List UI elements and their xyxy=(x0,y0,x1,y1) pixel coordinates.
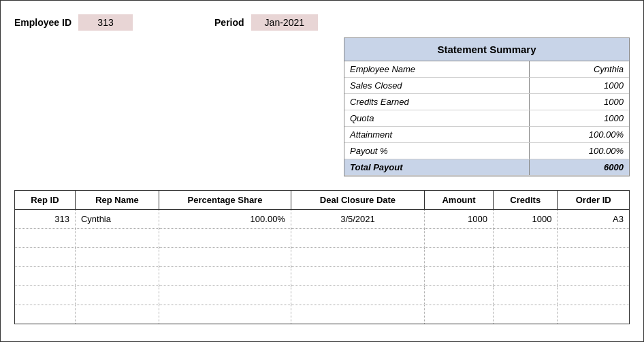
summary-row-value: 1000 xyxy=(530,94,629,110)
table-column-header: Order ID xyxy=(558,191,630,210)
summary-row: Credits Earned 1000 xyxy=(344,94,629,110)
table-row xyxy=(15,267,630,286)
table-cell: 3/5/2021 xyxy=(291,210,424,229)
summary-row: Payout % 100.00% xyxy=(344,143,629,159)
table-cell: Cynthia xyxy=(75,210,159,229)
table-cell xyxy=(494,248,558,267)
table-cell xyxy=(291,229,424,248)
table-cell xyxy=(291,305,424,324)
table-cell xyxy=(424,267,493,286)
table-cell xyxy=(159,229,291,248)
table-cell xyxy=(558,267,630,286)
table-cell xyxy=(558,305,630,324)
period-label: Period xyxy=(214,17,244,28)
table-row xyxy=(15,248,630,267)
table-cell xyxy=(159,267,291,286)
summary-row-value: 1000 xyxy=(530,78,629,94)
summary-row-value: 100.00% xyxy=(530,127,629,143)
summary-row-value: Cynthia xyxy=(530,61,629,78)
table-cell xyxy=(15,248,76,267)
table-cell xyxy=(424,248,493,267)
table-cell: 1000 xyxy=(494,210,558,229)
summary-row: Sales Closed 1000 xyxy=(344,78,629,94)
table-cell xyxy=(291,267,424,286)
table-cell: A3 xyxy=(558,210,630,229)
table-cell xyxy=(75,267,159,286)
table-cell xyxy=(75,248,159,267)
table-cell xyxy=(75,286,159,305)
table-cell xyxy=(494,267,558,286)
table-cell xyxy=(424,305,493,324)
table-cell xyxy=(558,229,630,248)
summary-title: Statement Summary xyxy=(344,38,629,61)
summary-row-value: 1000 xyxy=(530,110,629,127)
table-row: 313Cynthia100.00%3/5/202110001000A3 xyxy=(15,210,630,229)
table-cell xyxy=(494,286,558,305)
data-table: Rep IDRep NamePercentage ShareDeal Closu… xyxy=(14,190,630,324)
summary-row: Attainment 100.00% xyxy=(344,127,629,143)
statement-summary: Statement Summary Employee Name Cynthia … xyxy=(344,37,630,176)
table-cell xyxy=(15,229,76,248)
table-cell xyxy=(424,229,493,248)
employee-id-value: 313 xyxy=(78,14,133,31)
table-column-header: Rep Name xyxy=(75,191,159,210)
table-cell xyxy=(159,248,291,267)
table-column-header: Deal Closure Date xyxy=(291,191,424,210)
table-cell xyxy=(75,229,159,248)
summary-row-label: Attainment xyxy=(344,127,530,143)
table-column-header: Rep ID xyxy=(15,191,76,210)
summary-row-label: Quota xyxy=(344,110,530,127)
table-cell: 1000 xyxy=(424,210,493,229)
summary-row: Total Payout 6000 xyxy=(344,159,629,176)
table-column-header: Amount xyxy=(424,191,493,210)
table-column-header: Percentage Share xyxy=(159,191,291,210)
table-cell: 313 xyxy=(15,210,76,229)
table-cell xyxy=(494,305,558,324)
summary-row-label: Employee Name xyxy=(344,61,530,78)
table-cell xyxy=(558,286,630,305)
table-cell: 100.00% xyxy=(159,210,291,229)
table-cell xyxy=(494,229,558,248)
summary-row-label: Payout % xyxy=(344,143,530,159)
summary-row: Quota 1000 xyxy=(344,110,629,127)
table-cell xyxy=(159,286,291,305)
table-cell xyxy=(291,286,424,305)
summary-row: Employee Name Cynthia xyxy=(344,61,629,78)
employee-id-label: Employee ID xyxy=(14,17,71,28)
table-cell xyxy=(291,248,424,267)
summary-table: Employee Name Cynthia Sales Closed 1000 … xyxy=(344,61,629,176)
table-row xyxy=(15,286,630,305)
summary-row-label: Total Payout xyxy=(344,159,530,176)
table-cell xyxy=(75,305,159,324)
table-row xyxy=(15,305,630,324)
table-cell xyxy=(15,305,76,324)
data-section: Rep IDRep NamePercentage ShareDeal Closu… xyxy=(14,190,630,324)
table-cell xyxy=(558,248,630,267)
summary-row-value: 6000 xyxy=(530,159,629,176)
table-cell xyxy=(159,305,291,324)
table-row xyxy=(15,229,630,248)
table-cell xyxy=(15,267,76,286)
summary-row-label: Sales Closed xyxy=(344,78,530,94)
table-column-header: Credits xyxy=(494,191,558,210)
summary-row-label: Credits Earned xyxy=(344,94,530,110)
table-cell xyxy=(424,286,493,305)
table-cell xyxy=(15,286,76,305)
period-value: Jan-2021 xyxy=(251,14,318,31)
summary-row-value: 100.00% xyxy=(530,143,629,159)
